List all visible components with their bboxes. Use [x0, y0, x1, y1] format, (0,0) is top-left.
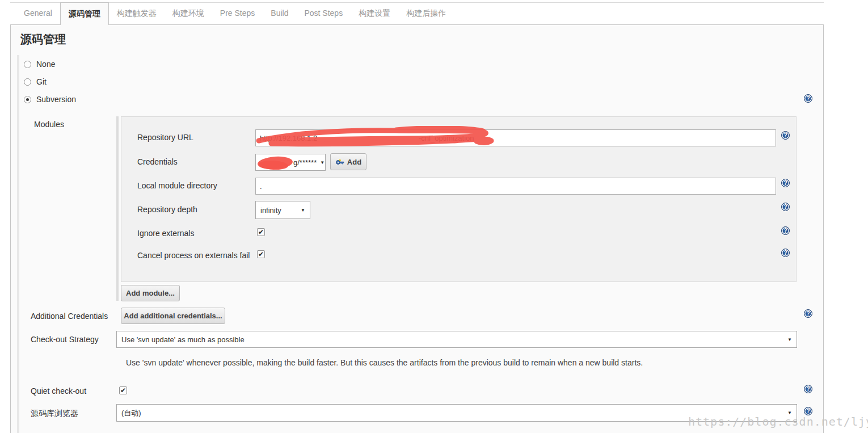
help-icon[interactable]: ? [781, 226, 790, 235]
checkout-strategy-value: Use 'svn update' as much as possible [121, 335, 245, 344]
credentials-value: g/****** [293, 158, 317, 167]
module-repeat-bar [116, 116, 119, 301]
help-icon[interactable]: ? [804, 309, 812, 318]
tab-post-build[interactable]: 构建后操作 [398, 2, 454, 24]
tab-build-settings[interactable]: 构建设置 [351, 2, 398, 24]
tab-scm[interactable]: 源码管理 [60, 2, 109, 25]
help-icon[interactable]: ? [781, 203, 790, 211]
radio-button[interactable] [24, 96, 31, 103]
key-icon [335, 157, 344, 166]
ignore-externals-checkbox[interactable]: ✔ [257, 228, 265, 236]
help-icon[interactable]: ? [781, 179, 790, 187]
repository-depth-label: Repository depth [137, 205, 197, 214]
help-icon[interactable]: ? [781, 131, 790, 140]
local-module-directory-label: Local module directory [137, 181, 217, 190]
help-icon[interactable]: ? [804, 407, 812, 415]
radio-button[interactable] [24, 78, 31, 86]
repository-url-label: Repository URL [137, 133, 193, 142]
cancel-on-externals-fail-label: Cancel process on externals fail [137, 251, 250, 260]
local-module-directory-input[interactable]: . [255, 178, 776, 195]
add-module-button-label: Add module... [126, 289, 175, 297]
page-title: 源码管理 [20, 32, 66, 47]
credentials-label: Credentials [137, 157, 178, 166]
chevron-down-icon: ▼ [317, 160, 325, 165]
ignore-externals-label: Ignore externals [137, 229, 194, 238]
tab-bar: General源码管理构建触发器构建环境Pre StepsBuildPost S… [10, 2, 824, 25]
checkout-strategy-label: Check-out Strategy [31, 335, 99, 344]
add-credentials-button[interactable]: Add [330, 153, 366, 170]
radio-label: None [36, 60, 55, 69]
radio-label: Subversion [36, 95, 76, 104]
additional-credentials-label: Additional Credentials [31, 312, 108, 321]
jenkins-config-page: General源码管理构建触发器构建环境Pre StepsBuildPost S… [0, 0, 868, 433]
help-icon[interactable]: ? [781, 249, 790, 257]
csdn-watermark: https://blog.csdn.net/ljyhust [688, 415, 868, 428]
repository-url-value: http://192.168.1.2 [260, 134, 317, 142]
local-module-directory-value: . [260, 182, 262, 191]
quiet-checkout-checkbox[interactable]: ✔ [119, 386, 127, 394]
repository-depth-value: infinity [260, 206, 281, 215]
radio-button[interactable] [24, 61, 31, 68]
scm-option-subversion[interactable]: Subversion [24, 94, 76, 105]
scm-option-none[interactable]: None [24, 58, 55, 70]
add-additional-credentials-button[interactable]: Add additional credentials... [121, 308, 225, 324]
checkout-strategy-description: Use 'svn update' whenever possible, maki… [126, 358, 773, 367]
modules-section-label: Modules [34, 120, 64, 129]
repository-url-input[interactable]: http://192.168.1.2 -cnl_optimization [255, 129, 776, 146]
tab-general[interactable]: General [16, 2, 60, 24]
add-credentials-button-label: Add [347, 158, 361, 166]
chevron-down-icon: ▼ [784, 337, 792, 342]
chevron-down-icon: ▼ [297, 208, 305, 213]
checkout-strategy-select[interactable]: Use 'svn update' as much as possible ▼ [116, 331, 797, 348]
cancel-on-externals-fail-checkbox[interactable]: ✔ [257, 250, 265, 258]
tab-pre-steps[interactable]: Pre Steps [212, 2, 263, 24]
add-additional-credentials-button-label: Add additional credentials... [124, 312, 222, 320]
quiet-checkout-label: Quiet check-out [31, 386, 86, 396]
repository-browser-label: 源码库浏览器 [31, 409, 78, 419]
scm-option-git[interactable]: Git [24, 76, 47, 87]
help-icon[interactable]: ? [804, 385, 812, 393]
tab-post-steps[interactable]: Post Steps [296, 2, 351, 24]
tab-build-env[interactable]: 构建环境 [165, 2, 212, 24]
repository-url-value-fragment: -cnl_optimization [419, 134, 474, 142]
credentials-select[interactable]: g/****** ▼ [255, 154, 326, 171]
section-indent-bar [17, 55, 19, 433]
radio-label: Git [36, 77, 47, 86]
tab-build-triggers[interactable]: 构建触发器 [109, 2, 165, 24]
help-icon[interactable]: ? [804, 94, 812, 103]
tab-build[interactable]: Build [263, 2, 296, 24]
repository-browser-value: (自动) [121, 408, 141, 418]
repository-depth-select[interactable]: infinity ▼ [255, 201, 310, 219]
add-module-button[interactable]: Add module... [121, 285, 180, 301]
